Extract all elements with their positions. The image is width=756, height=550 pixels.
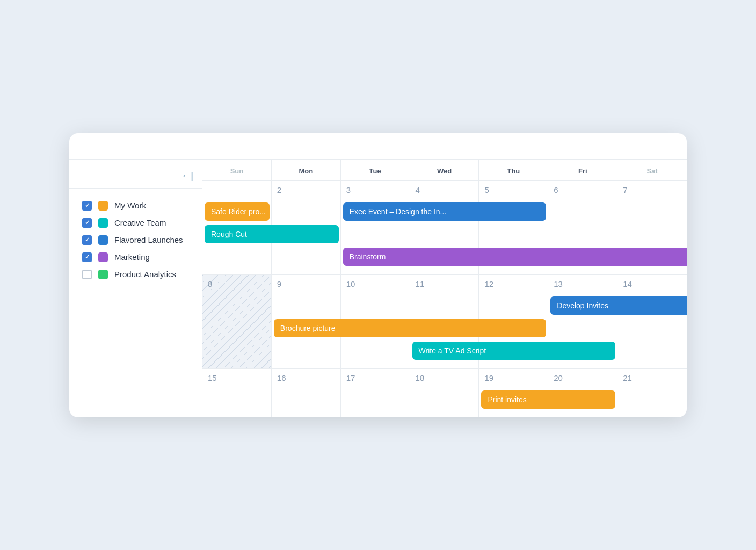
today-button[interactable] xyxy=(110,145,117,149)
event-brochure[interactable]: Brochure picture xyxy=(274,319,546,337)
cell-date: 13 xyxy=(554,279,614,288)
calendar-grid: SunMonTueWedThuFriSat 234567Safe Rider p… xyxy=(202,160,687,417)
sidebar-label-creative-team: Creative Team xyxy=(114,218,166,227)
calendar-body: ←| ✓My Work✓Creative Team✓Flavored Launc… xyxy=(69,160,687,417)
day-name-thu: Thu xyxy=(479,160,548,180)
calendar-header xyxy=(69,133,687,160)
calendar-cell: 17 xyxy=(341,369,410,417)
color-dot-flavored-launches xyxy=(98,235,108,245)
event-safe-rider[interactable]: Safe Rider pro... xyxy=(205,202,270,221)
color-dot-marketing xyxy=(98,252,108,262)
day-name-tue: Tue xyxy=(341,160,410,180)
calendar-nav xyxy=(101,145,125,149)
cell-date: 2 xyxy=(277,185,337,194)
calendar-container: ←| ✓My Work✓Creative Team✓Flavored Launc… xyxy=(69,133,687,417)
cell-date: 19 xyxy=(484,373,544,382)
cell-date: 17 xyxy=(346,373,406,382)
cell-date: 6 xyxy=(554,185,614,194)
calendar-cell: 15 xyxy=(202,369,272,417)
checkbox-my-work[interactable]: ✓ xyxy=(82,201,92,211)
cell-date: 12 xyxy=(484,279,544,288)
checkbox-product-analytics[interactable] xyxy=(82,270,92,279)
calendar-cell: 18 xyxy=(410,369,479,417)
day-name-sat: Sat xyxy=(617,160,687,180)
sidebar-label-my-work: My Work xyxy=(114,201,146,210)
cell-date: 20 xyxy=(554,373,614,382)
event-brainstorm[interactable]: Brainstorm xyxy=(343,248,687,266)
event-develop-invites[interactable]: Develop Invites xyxy=(550,296,687,315)
checkbox-flavored-launches[interactable]: ✓ xyxy=(82,235,92,245)
cell-date: 4 xyxy=(416,185,476,194)
cell-date: 8 xyxy=(208,279,268,288)
sidebar-item-product-analytics[interactable]: Product Analytics xyxy=(82,266,202,283)
calendar-cell: 16 xyxy=(272,369,341,417)
sidebar-header: ←| xyxy=(69,160,202,189)
sidebar-label-flavored-launches: Flavored Launches xyxy=(114,235,183,244)
calendar-cell: 21 xyxy=(617,369,687,417)
cell-date: 14 xyxy=(623,279,684,288)
color-dot-creative-team xyxy=(98,218,108,228)
checkbox-creative-team[interactable]: ✓ xyxy=(82,218,92,228)
cell-date: 3 xyxy=(346,185,406,194)
sidebar-label-product-analytics: Product Analytics xyxy=(114,270,176,279)
day-names-row: SunMonTueWedThuFriSat xyxy=(202,160,687,181)
week-row-1: 891011121314Develop InvitesBrochure pict… xyxy=(202,275,687,369)
sidebar-items: ✓My Work✓Creative Team✓Flavored Launches… xyxy=(69,189,202,283)
next-month-button[interactable] xyxy=(119,146,125,148)
cell-date: 18 xyxy=(416,373,476,382)
cell-date: 5 xyxy=(484,185,544,194)
week-row-0: 234567Safe Rider pro...Exec Event – Desi… xyxy=(202,181,687,275)
calendar-cell: 14 xyxy=(617,275,687,368)
cell-date: 15 xyxy=(208,373,268,382)
event-exec-event[interactable]: Exec Event – Design the In... xyxy=(343,202,547,221)
checkbox-marketing[interactable]: ✓ xyxy=(82,252,92,262)
calendar-cell: 8 xyxy=(202,275,272,368)
event-tv-ad[interactable]: Write a TV Ad Script xyxy=(412,342,616,360)
day-name-wed: Wed xyxy=(410,160,479,180)
prev-month-button[interactable] xyxy=(101,146,108,148)
cell-date: 10 xyxy=(346,279,406,288)
sidebar-item-my-work[interactable]: ✓My Work xyxy=(82,197,202,214)
week-row-2: 15161718192021Print invites xyxy=(202,369,687,417)
cell-date: 16 xyxy=(277,373,337,382)
cell-date: 9 xyxy=(277,279,337,288)
cell-date: 11 xyxy=(416,279,476,288)
cell-date: 21 xyxy=(623,373,684,382)
calendar-sidebar: ←| ✓My Work✓Creative Team✓Flavored Launc… xyxy=(69,160,202,417)
color-dot-my-work xyxy=(98,201,108,211)
day-name-mon: Mon xyxy=(272,160,341,180)
sidebar-item-marketing[interactable]: ✓Marketing xyxy=(82,249,202,266)
event-print-invites[interactable]: Print invites xyxy=(481,390,615,409)
day-name-sun: Sun xyxy=(202,160,272,180)
sidebar-item-creative-team[interactable]: ✓Creative Team xyxy=(82,214,202,231)
color-dot-product-analytics xyxy=(98,270,108,279)
cell-date: 7 xyxy=(623,185,684,194)
sidebar-collapse-button[interactable]: ←| xyxy=(181,170,193,182)
weeks-container: 234567Safe Rider pro...Exec Event – Desi… xyxy=(202,181,687,417)
day-name-fri: Fri xyxy=(548,160,617,180)
event-rough-cut[interactable]: Rough Cut xyxy=(205,225,339,243)
sidebar-item-flavored-launches[interactable]: ✓Flavored Launches xyxy=(82,231,202,249)
sidebar-label-marketing: Marketing xyxy=(114,252,150,262)
